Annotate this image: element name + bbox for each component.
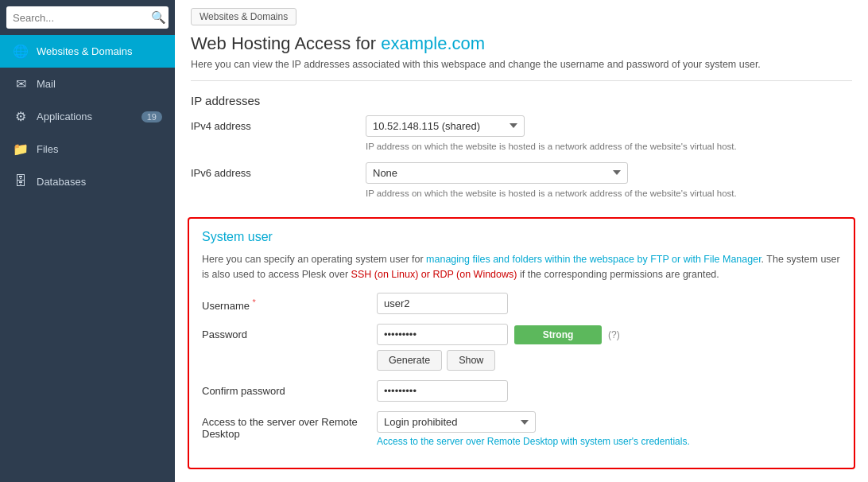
ipv6-select[interactable]: None (366, 162, 628, 184)
generate-button[interactable]: Generate (377, 350, 442, 371)
password-strength-bar: Strong (514, 325, 602, 344)
search-bar[interactable]: 🔍 (6, 6, 169, 29)
ip-section-title: IP addresses (175, 89, 868, 115)
strength-hint: (?) (608, 329, 620, 340)
desc-part2: managing files and folders within the we… (426, 254, 761, 265)
nav-label-applications: Applications (37, 111, 92, 122)
confirm-password-row: Confirm password (202, 380, 841, 402)
ipv4-label: IPv4 address (191, 115, 366, 132)
ipv6-label: IPv6 address (191, 162, 366, 179)
ipv6-control: None IP address on which the website is … (366, 162, 852, 200)
ipv4-control: 10.52.148.115 (shared) IP address on whi… (366, 115, 852, 153)
password-label: Password (202, 324, 377, 340)
system-user-description: Here you can specify an operating system… (202, 252, 841, 282)
search-input[interactable] (13, 12, 146, 24)
domain-name: example.com (381, 33, 485, 53)
username-input[interactable] (377, 293, 508, 314)
rdp-row: Access to the server over Remote Desktop… (202, 411, 841, 447)
ipv4-hint: IP address on which the website is hoste… (366, 140, 747, 153)
ipv4-row: IPv4 address 10.52.148.115 (shared) IP a… (191, 115, 852, 153)
search-icon: 🔍 (151, 10, 166, 25)
sidebar-item-mail[interactable]: ✉ Mail (0, 68, 175, 100)
system-user-title: System user (202, 230, 841, 244)
confirm-password-label: Confirm password (202, 380, 377, 397)
breadcrumb: Websites & Domains (175, 0, 868, 29)
page-subtitle: Here you can view the IP addresses assoc… (175, 57, 868, 80)
applications-badge: 19 (141, 111, 162, 122)
sidebar-item-websites-domains[interactable]: 🌐 Websites & Domains (0, 35, 175, 68)
system-user-box: System user Here you can specify an oper… (188, 217, 855, 470)
password-field-row: Strong (?) (377, 324, 841, 345)
rdp-select[interactable]: Login prohibited Allowed (377, 411, 536, 433)
password-buttons: Generate Show (377, 350, 841, 371)
files-icon: 📁 (13, 142, 29, 157)
globe-icon: 🌐 (13, 44, 29, 59)
username-control (377, 293, 841, 314)
show-button[interactable]: Show (447, 350, 495, 371)
password-input[interactable] (377, 324, 508, 345)
desc-part5: if the corresponding permissions are gra… (517, 269, 719, 280)
password-row: Password Strong (?) Generate Show (202, 324, 841, 371)
breadcrumb-label[interactable]: Websites & Domains (191, 8, 296, 25)
desc-part4: SSH (on Linux) or RDP (on Windows) (351, 269, 517, 280)
ip-form-section: IPv4 address 10.52.148.115 (shared) IP a… (175, 115, 868, 209)
rdp-control: Login prohibited Allowed Access to the s… (377, 411, 841, 447)
username-label: Username * (202, 293, 377, 312)
rdp-hint: Access to the server over Remote Desktop… (377, 436, 841, 447)
ipv6-hint: IP address on which the website is hoste… (366, 187, 747, 200)
nav-label-websites-domains: Websites & Domains (37, 45, 132, 57)
confirm-password-control (377, 380, 841, 402)
mail-icon: ✉ (13, 76, 29, 91)
section-divider (191, 80, 852, 81)
ipv6-row: IPv6 address None IP address on which th… (191, 162, 852, 200)
ipv4-select[interactable]: 10.52.148.115 (shared) (366, 115, 525, 137)
nav-label-files: Files (37, 143, 58, 155)
rdp-label: Access to the server over Remote Desktop (202, 411, 377, 440)
sidebar-item-databases[interactable]: 🗄 Databases (0, 165, 175, 197)
password-control: Strong (?) Generate Show (377, 324, 841, 371)
database-icon: 🗄 (13, 174, 29, 189)
desc-part1: Here you can specify an operating system… (202, 254, 426, 265)
sidebar-item-applications[interactable]: ⚙ Applications 19 (0, 100, 175, 133)
gear-icon: ⚙ (13, 109, 29, 124)
sidebar-item-files[interactable]: 📁 Files (0, 133, 175, 165)
main-content: Websites & Domains Web Hosting Access fo… (175, 0, 868, 482)
username-row: Username * (202, 293, 841, 314)
nav-label-mail: Mail (37, 78, 56, 90)
page-title-prefix: Web Hosting Access for (191, 33, 381, 53)
sidebar: 🔍 🌐 Websites & Domains ✉ Mail ⚙ Applicat… (0, 0, 175, 482)
nav-label-databases: Databases (37, 176, 86, 188)
confirm-password-input[interactable] (377, 380, 508, 402)
page-title: Web Hosting Access for example.com (175, 29, 868, 57)
